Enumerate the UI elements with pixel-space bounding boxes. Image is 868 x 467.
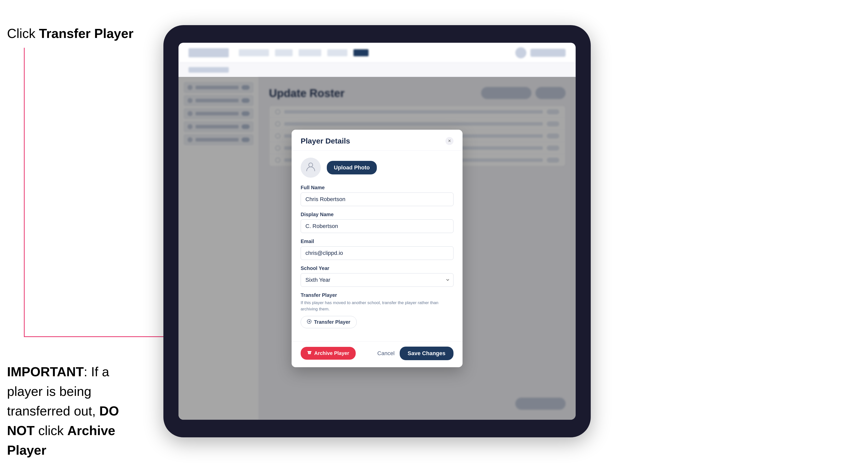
transfer-icon [307, 319, 311, 325]
modal-overlay: Player Details × [179, 77, 576, 420]
nav-items [239, 49, 505, 56]
nav-item-5-active[interactable] [353, 49, 369, 56]
header-right [515, 47, 566, 58]
display-name-label: Display Name [301, 212, 454, 217]
header-button[interactable] [530, 49, 566, 57]
transfer-description: If this player has moved to another scho… [301, 300, 454, 312]
tablet-screen: Update Roster [179, 43, 576, 420]
instruction-bold-text: Transfer Player [39, 26, 133, 41]
school-year-group: School Year First Year Second Year Third… [301, 266, 454, 287]
svg-point-0 [309, 163, 313, 167]
arrow-line-vertical [24, 48, 25, 337]
nav-item-2[interactable] [275, 49, 292, 56]
school-year-label: School Year [301, 266, 454, 271]
school-year-select[interactable]: First Year Second Year Third Year Fourth… [301, 273, 454, 287]
nav-item-4[interactable] [327, 49, 347, 56]
modal-footer: Archive Player Cancel Save Changes [291, 341, 463, 367]
full-name-label: Full Name [301, 185, 454, 190]
cancel-button[interactable]: Cancel [377, 350, 395, 357]
transfer-player-button[interactable]: Transfer Player [301, 316, 357, 328]
instruction-important-text: IMPORTANT [7, 365, 84, 379]
nav-item-1[interactable] [239, 49, 269, 56]
content-area: Update Roster [179, 77, 576, 420]
player-details-modal: Player Details × [291, 130, 463, 367]
nav-item-3[interactable] [299, 49, 321, 56]
display-name-input[interactable] [301, 219, 454, 233]
instruction-click-text: Click [7, 26, 39, 41]
modal-header: Player Details × [291, 130, 463, 151]
modal-title: Player Details [301, 137, 350, 145]
app-header [179, 43, 576, 63]
header-avatar [515, 47, 526, 58]
instruction-text-2: click [35, 423, 67, 438]
photo-upload-row: Upload Photo [301, 158, 454, 178]
avatar-person-icon [306, 161, 316, 174]
avatar-circle [301, 158, 321, 178]
save-changes-button[interactable]: Save Changes [400, 347, 454, 360]
full-name-group: Full Name [301, 185, 454, 206]
modal-body: Upload Photo Full Name Display Name [291, 151, 463, 341]
breadcrumb-item [189, 67, 229, 73]
archive-player-button[interactable]: Archive Player [301, 347, 356, 360]
display-name-group: Display Name [301, 212, 454, 233]
archive-button-label: Archive Player [314, 350, 349, 356]
email-group: Email [301, 239, 454, 260]
sub-header [179, 63, 576, 77]
transfer-player-section: Transfer Player If this player has moved… [301, 292, 454, 328]
tablet-device: Update Roster [163, 25, 591, 437]
email-input[interactable] [301, 246, 454, 260]
svg-rect-2 [307, 351, 311, 352]
transfer-section-label: Transfer Player [301, 292, 454, 298]
transfer-button-label: Transfer Player [314, 319, 350, 325]
full-name-input[interactable] [301, 192, 454, 206]
footer-right: Cancel Save Changes [377, 347, 454, 360]
email-label: Email [301, 239, 454, 244]
instruction-bottom: IMPORTANT: If a player is being transfer… [7, 362, 148, 460]
archive-icon [307, 350, 312, 356]
app-logo [189, 48, 229, 57]
upload-photo-button[interactable]: Upload Photo [327, 161, 377, 175]
modal-close-button[interactable]: × [445, 137, 454, 145]
instruction-top: Click Transfer Player [7, 25, 133, 42]
